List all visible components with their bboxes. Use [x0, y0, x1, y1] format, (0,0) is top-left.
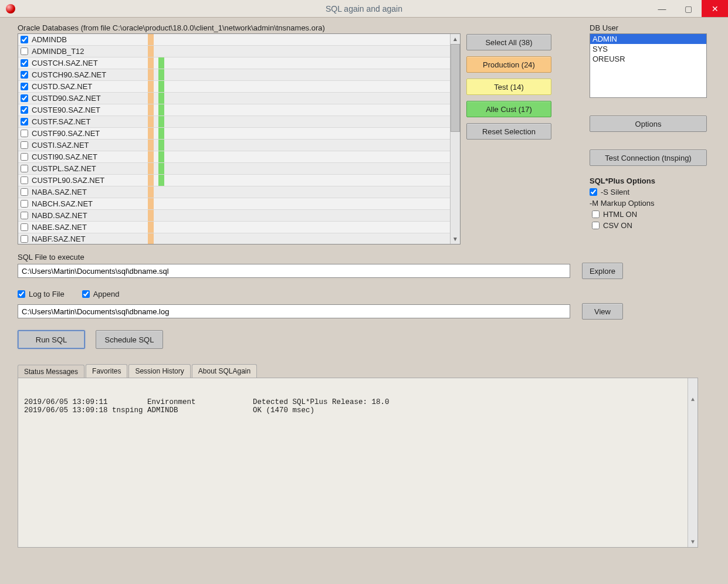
scroll-down-icon[interactable]: ▼ — [451, 234, 460, 244]
database-checkbox[interactable] — [21, 223, 28, 231]
green-marker — [158, 210, 164, 221]
db-user-item[interactable]: ADMIN — [590, 34, 706, 44]
tab-session-history[interactable]: Session History — [128, 364, 190, 378]
db-scrollbar[interactable]: ▲ ▼ — [450, 34, 460, 244]
html-on-row[interactable]: HTML ON — [592, 210, 724, 219]
status-scrollbar[interactable]: ▲ ▼ — [688, 378, 697, 547]
database-checkbox[interactable] — [21, 200, 28, 208]
green-marker — [158, 57, 164, 69]
view-button[interactable]: View — [582, 303, 623, 320]
green-marker — [158, 140, 164, 151]
database-checkbox[interactable] — [21, 36, 28, 43]
database-row[interactable]: CUSTCH90.SAZ.NET — [18, 69, 450, 81]
database-row[interactable]: CUSTPL90.SAZ.NET — [18, 175, 450, 186]
markup-options-label: -M Markup Options — [590, 199, 724, 208]
sqlplus-options-heading: SQL*Plus Options — [590, 176, 724, 185]
database-checkbox[interactable] — [21, 106, 28, 114]
database-name: CUSTCH.SAZ.NET — [31, 59, 136, 67]
sql-file-input[interactable] — [18, 264, 570, 278]
window-controls: — ▢ ✕ — [649, 0, 728, 17]
database-row[interactable]: NABCH.SAZ.NET — [18, 198, 450, 210]
append-checkbox[interactable] — [82, 290, 90, 298]
green-marker — [158, 104, 164, 116]
minimize-button[interactable]: — — [649, 0, 675, 17]
database-row[interactable]: ADMINDB_T12 — [18, 46, 450, 57]
reset-selection-button[interactable]: Reset Selection — [466, 123, 551, 140]
database-checkbox[interactable] — [21, 94, 28, 102]
status-scroll-down-icon[interactable]: ▼ — [688, 537, 697, 547]
orange-marker — [148, 128, 154, 139]
database-checkbox[interactable] — [21, 176, 28, 184]
test-connection-button[interactable]: Test Connection (tnsping) — [590, 150, 707, 166]
maximize-button[interactable]: ▢ — [675, 0, 702, 17]
db-user-item[interactable]: SYS — [590, 44, 706, 54]
database-checkbox[interactable] — [21, 118, 28, 125]
database-row[interactable]: CUSTCH.SAZ.NET — [18, 57, 450, 69]
green-marker — [158, 116, 164, 127]
green-marker — [158, 175, 164, 186]
csv-on-checkbox[interactable] — [592, 222, 600, 229]
database-checkbox[interactable] — [21, 83, 28, 90]
production-button[interactable]: Production (24) — [466, 56, 551, 73]
tab-status-messages[interactable]: Status Messages — [18, 365, 84, 378]
select-all-button[interactable]: Select All (38) — [466, 34, 551, 50]
log-to-file-row[interactable]: Log to File — [18, 290, 65, 298]
tab-favorites[interactable]: Favorites — [86, 364, 127, 378]
db-user-list[interactable]: ADMINSYSOREUSR — [590, 33, 707, 98]
database-checkbox[interactable] — [21, 141, 28, 149]
database-row[interactable]: CUSTF.SAZ.NET — [18, 116, 450, 128]
database-checkbox[interactable] — [21, 188, 28, 196]
database-name: CUSTPL.SAZ.NET — [31, 164, 136, 173]
csv-on-label: CSV ON — [603, 221, 632, 230]
app-icon — [6, 4, 15, 13]
test-button[interactable]: Test (14) — [466, 79, 551, 95]
database-row[interactable]: CUSTF90.SAZ.NET — [18, 128, 450, 140]
database-list[interactable]: ADMINDBADMINDB_T12CUSTCH.SAZ.NETCUSTCH90… — [18, 33, 460, 245]
schedule-sql-button[interactable]: Schedule SQL — [96, 330, 163, 349]
db-user-item[interactable]: OREUSR — [590, 54, 706, 64]
database-checkbox[interactable] — [21, 71, 28, 79]
database-row[interactable]: CUSTI90.SAZ.NET — [18, 151, 450, 163]
log-to-file-checkbox[interactable] — [18, 290, 25, 298]
database-checkbox[interactable] — [21, 59, 28, 67]
run-sql-button[interactable]: Run SQL — [18, 330, 85, 349]
database-row[interactable]: CUSTI.SAZ.NET — [18, 140, 450, 151]
database-checkbox[interactable] — [21, 153, 28, 161]
database-row[interactable]: CUSTD.SAZ.NET — [18, 81, 450, 93]
database-checkbox[interactable] — [21, 165, 28, 172]
status-log-line: 2019/06/05 13:09:11EnvironmentDetected S… — [24, 398, 692, 406]
db-list-label: Oracle Databases (from file C:\oracle\pr… — [18, 23, 460, 32]
database-checkbox[interactable] — [21, 130, 28, 137]
cust-button[interactable]: Alle Cust (17) — [466, 101, 551, 117]
database-row[interactable]: NABD.SAZ.NET — [18, 210, 450, 222]
database-row[interactable]: CUSTD90.SAZ.NET — [18, 93, 450, 104]
database-row[interactable]: NABE.SAZ.NET — [18, 222, 450, 233]
orange-marker — [148, 69, 154, 80]
close-button[interactable]: ✕ — [702, 0, 728, 17]
silent-checkbox[interactable] — [590, 188, 597, 196]
database-row[interactable]: NABA.SAZ.NET — [18, 186, 450, 198]
database-name: CUSTD.SAZ.NET — [31, 82, 136, 91]
green-marker — [158, 163, 164, 174]
database-row[interactable]: NABF.SAZ.NET — [18, 233, 450, 244]
database-row[interactable]: CUSTPL.SAZ.NET — [18, 163, 450, 175]
database-row[interactable]: ADMINDB — [18, 34, 450, 46]
options-button[interactable]: Options — [590, 116, 707, 132]
silent-checkbox-row[interactable]: -S Silent — [590, 188, 724, 196]
orange-marker — [148, 46, 154, 57]
status-scroll-up-icon[interactable]: ▲ — [688, 395, 697, 405]
append-row[interactable]: Append — [82, 290, 120, 298]
html-on-checkbox[interactable] — [592, 210, 600, 218]
database-checkbox[interactable] — [21, 235, 28, 243]
scroll-up-icon[interactable]: ▲ — [451, 34, 460, 44]
orange-marker — [148, 34, 154, 45]
explore-button[interactable]: Explore — [582, 263, 623, 279]
csv-on-row[interactable]: CSV ON — [592, 221, 724, 230]
scroll-thumb[interactable] — [451, 44, 460, 132]
log-file-input[interactable] — [18, 304, 570, 318]
database-checkbox[interactable] — [21, 47, 28, 55]
tab-about[interactable]: About SQLAgain — [192, 364, 257, 378]
database-checkbox[interactable] — [21, 212, 28, 219]
green-marker — [158, 69, 164, 80]
database-row[interactable]: CUSTE90.SAZ.NET — [18, 104, 450, 116]
